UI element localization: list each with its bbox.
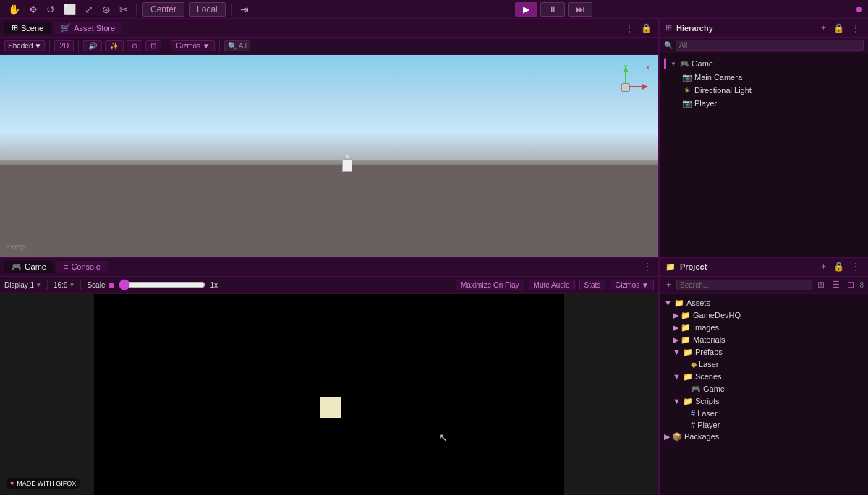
extra-tool-icon[interactable]: ⇥ — [238, 2, 251, 17]
project-view1-button[interactable]: ⊞ — [815, 279, 827, 290]
display-dropdown[interactable]: Display 1 ▼ — [4, 281, 41, 289]
project-grid-icon: 📁 — [665, 262, 676, 272]
pivot-button[interactable]: Center — [142, 2, 184, 17]
playback-controls: ▶ ⏸ ⏭ — [255, 2, 852, 17]
aspect-label: 16:9 — [54, 281, 67, 289]
game-viewport[interactable]: ↖ ♥ MADE WITH GIFOX — [0, 294, 658, 496]
project-item-materials[interactable]: ▶ 📁 Materials — [668, 334, 868, 346]
separator-2 — [231, 4, 232, 15]
hierarchy-content: ▼ 🎮 Game 📷 Main Camera ☀ Directional Lig… — [660, 53, 868, 257]
rotate-tool-icon[interactable]: ↺ — [44, 2, 57, 17]
project-item-player-script[interactable]: # Player — [677, 419, 868, 431]
project-item-assets[interactable]: ▼ 📁 Assets — [660, 297, 868, 309]
svg-marker-3 — [642, 84, 648, 90]
project-item-packages[interactable]: ▶ 📦 Packages — [660, 431, 868, 443]
scene-panel-menu[interactable]: ⋮ — [623, 22, 636, 34]
player-script-icon: # — [691, 421, 695, 429]
scenes-arrow: ▼ — [673, 372, 681, 381]
game-tab-icon: 🎮 — [12, 262, 22, 272]
game-panel: 🎮 Game ≡ Console ⋮ Display 1 ▼ 16: — [0, 258, 658, 496]
main-camera-label: Main Camera — [694, 73, 742, 82]
game-player-square — [320, 397, 341, 418]
project-item-game-scene[interactable]: 🎮 Game — [677, 383, 868, 395]
gamedevhq-icon: 📁 — [681, 311, 691, 320]
hierarchy-search-input[interactable] — [676, 40, 864, 51]
step-button[interactable]: ⏭ — [568, 2, 592, 17]
project-toolbar: + ⊞ ☰ ⊡ 8 — [660, 277, 868, 294]
game-main-area — [94, 294, 564, 496]
custom-tool-icon[interactable]: ⊛ — [100, 2, 113, 17]
rect-tool-icon[interactable]: ⬜ — [61, 2, 78, 17]
laser-prefab-icon: ◆ — [691, 360, 697, 369]
stats-button[interactable]: Stats — [579, 280, 606, 290]
project-item-prefabs[interactable]: ▼ 📁 Prefabs — [668, 346, 868, 358]
player-label: Player — [694, 99, 717, 108]
project-item-laser-script[interactable]: # Laser — [677, 408, 868, 419]
asset-store-label: Asset Store — [74, 24, 115, 33]
scene-extra-btn[interactable]: ⊙ — [127, 40, 142, 51]
scene-tab-bar: ⊞ Scene 🛒 Asset Store ⋮ 🔒 — [0, 19, 658, 38]
project-add2-button[interactable]: + — [664, 279, 673, 290]
materials-icon: 📁 — [681, 335, 691, 345]
scenes-label: Scenes — [695, 372, 722, 381]
project-controls: + 🔒 ⋮ — [819, 261, 862, 272]
pause-button[interactable]: ⏸ — [540, 2, 565, 17]
laser-script-label: Laser — [697, 409, 718, 418]
project-item-gamedevhq[interactable]: ▶ 📁 GameDevHQ — [668, 309, 868, 322]
hierarchy-item-directional-light[interactable]: ☀ Directional Light — [668, 84, 868, 97]
sep-5 — [166, 40, 166, 52]
scripts-icon: 📁 — [683, 397, 693, 406]
project-menu-button[interactable]: ⋮ — [849, 261, 862, 272]
shading-dropdown[interactable]: Shaded ▼ — [4, 40, 45, 51]
hierarchy-menu-button[interactable]: ⋮ — [849, 22, 862, 34]
scene-sky — [0, 55, 658, 165]
hand-tool-icon[interactable]: ✋ — [6, 2, 22, 17]
move-tool-icon[interactable]: ✥ — [27, 2, 40, 17]
tab-scene[interactable]: ⊞ Scene — [4, 22, 51, 34]
play-button[interactable]: ▶ — [515, 2, 537, 17]
project-item-laser-prefab[interactable]: ◆ Laser — [677, 358, 868, 371]
project-filter-button[interactable]: ⊡ — [845, 279, 856, 290]
gizmo-widget: x Y — [600, 62, 651, 113]
scene-panel-lock[interactable]: 🔒 — [639, 22, 654, 34]
scene-extra-btn2[interactable]: ⊡ — [145, 40, 161, 51]
hierarchy-item-main-camera[interactable]: 📷 Main Camera — [668, 71, 868, 84]
packages-label: Packages — [684, 432, 719, 441]
game-gizmos-arrow: ▼ — [642, 281, 649, 289]
2d-button[interactable]: 2D — [54, 40, 74, 51]
search-icon: 🔍 — [228, 42, 237, 50]
scale-slider[interactable] — [119, 279, 205, 290]
game-gizmos-button[interactable]: Gizmos ▼ — [610, 280, 654, 290]
hierarchy-lock-button[interactable]: 🔒 — [831, 22, 846, 34]
project-item-scripts[interactable]: ▼ 📁 Scripts — [668, 395, 868, 408]
project-lock-button[interactable]: 🔒 — [831, 261, 846, 272]
player-arrow — [673, 100, 680, 107]
tab-asset-store[interactable]: 🛒 Asset Store — [54, 22, 122, 34]
project-add-button[interactable]: + — [819, 261, 828, 272]
scene-viewport[interactable]: x Y Persp — [0, 55, 658, 257]
space-button[interactable]: Local — [189, 2, 226, 17]
gizmos-button[interactable]: Gizmos ▼ — [171, 40, 215, 51]
hierarchy-item-game[interactable]: ▼ 🎮 Game — [660, 56, 868, 71]
scene-panel: ⊞ Scene 🛒 Asset Store ⋮ 🔒 Shaded ▼ — [0, 19, 658, 258]
transform-tool-icon[interactable]: ✂ — [117, 2, 130, 17]
game-panel-menu[interactable]: ⋮ — [641, 261, 654, 272]
top-toolbar: ✋ ✥ ↺ ⬜ ⤢ ⊛ ✂ Center Local ⇥ ▶ ⏸ ⏭ — [0, 0, 868, 19]
player-icon: 📷 — [682, 98, 692, 108]
scale-tool-icon[interactable]: ⤢ — [82, 2, 95, 17]
tab-console[interactable]: ≡ Console — [56, 261, 108, 272]
maximize-button[interactable]: Maximize On Play — [456, 280, 524, 290]
project-item-images[interactable]: ▶ 📁 Images — [668, 322, 868, 334]
aspect-dropdown[interactable]: 16:9 ▼ — [54, 281, 75, 289]
tab-game[interactable]: 🎮 Game — [4, 261, 54, 273]
project-header: 📁 Project + 🔒 ⋮ — [660, 258, 868, 277]
hierarchy-item-player[interactable]: 📷 Player — [668, 97, 868, 110]
hierarchy-search-bar: 🔍 — [660, 38, 868, 53]
mute-button[interactable]: Mute Audio — [529, 280, 575, 290]
project-item-scenes[interactable]: ▼ 📁 Scenes — [668, 371, 868, 383]
audio-button[interactable]: 🔊 — [83, 40, 102, 51]
project-search-input[interactable] — [676, 280, 812, 290]
project-view2-button[interactable]: ☰ — [830, 279, 842, 290]
fx-button[interactable]: ✨ — [105, 40, 124, 51]
hierarchy-add-button[interactable]: + — [819, 22, 828, 34]
